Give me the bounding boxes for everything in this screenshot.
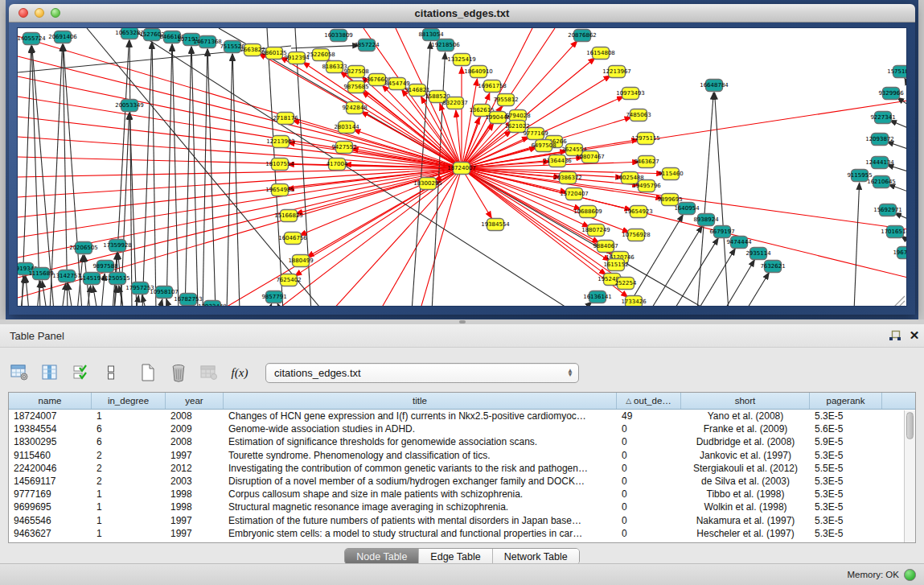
cell-short: Wolkin et al. (1998) — [681, 501, 810, 513]
node-table[interactable]: namein_degreeyeartitle△out_de…shortpager… — [8, 392, 916, 543]
graph-node[interactable]: 15166825 — [274, 210, 303, 222]
column-header-short[interactable]: short — [681, 393, 810, 409]
import-table-button[interactable] — [198, 360, 220, 385]
graph-node[interactable]: 20206505 — [69, 242, 98, 254]
select-columns-button[interactable] — [69, 360, 92, 385]
new-column-button[interactable] — [137, 360, 159, 385]
graph-node[interactable]: 1145194 — [79, 273, 105, 285]
graph-node[interactable]: 6679197 — [709, 226, 734, 238]
graph-node[interactable]: 16961758 — [478, 80, 507, 93]
graph-node[interactable]: 16648784 — [700, 80, 729, 92]
vertical-scrollbar[interactable] — [904, 410, 915, 542]
svg-text:16046756: 16046756 — [278, 235, 307, 241]
cell-pagerank: 5.3E-5 — [810, 488, 882, 500]
graph-node[interactable]: 8938924 — [693, 214, 719, 226]
table-row[interactable]: 2242004622012Investigating the contribut… — [9, 462, 915, 475]
graph-node[interactable]: 9463627 — [634, 156, 659, 168]
graph-node[interactable]: 9115460 — [658, 168, 683, 180]
graph-node[interactable]: 7632621 — [760, 261, 785, 273]
graph-node[interactable]: 2935114 — [745, 248, 771, 260]
graph-node[interactable]: 7485063 — [626, 109, 651, 122]
svg-text:9474444: 9474444 — [726, 239, 752, 245]
graph-node[interactable]: 13325419 — [447, 54, 476, 66]
graph-node[interactable]: 9227341 — [870, 112, 895, 124]
function-builder-button[interactable]: f(x) — [228, 360, 251, 385]
table-row[interactable]: 969969511998Structural magnetic resonanc… — [9, 501, 915, 513]
graph-node[interactable]: 7857224 — [354, 39, 380, 51]
column-header-name[interactable]: name — [9, 393, 92, 409]
svg-text:9860125: 9860125 — [261, 50, 286, 56]
graph-node[interactable]: 9897588 — [92, 261, 117, 273]
graph-node[interactable]: 16033809 — [324, 30, 353, 42]
svg-text:9115955: 9115955 — [847, 172, 872, 179]
close-panel-button[interactable]: ✕ — [905, 327, 924, 344]
graph-node[interactable]: 15751874 — [887, 66, 907, 78]
float-panel-button[interactable] — [885, 327, 905, 344]
graph-node[interactable]: 20691406 — [48, 31, 77, 43]
graph-node[interactable]: 252254 — [615, 278, 637, 290]
graph-node[interactable]: 19384554 — [481, 219, 510, 231]
memory-ok-icon[interactable] — [904, 569, 916, 581]
graph-node[interactable]: 12093872 — [865, 134, 894, 146]
table-mode-button[interactable] — [8, 360, 31, 385]
column-header-out_de[interactable]: △out_de… — [617, 393, 681, 409]
graph-node[interactable]: 1250515 — [105, 273, 129, 285]
network-canvas[interactable]: 1405572420691406106532871527602646616010… — [17, 27, 907, 307]
delete-column-button[interactable] — [167, 360, 190, 385]
table-row[interactable]: 911546021997Tourette syndrome. Phenomeno… — [9, 449, 915, 462]
graph-node[interactable]: 7955812 — [493, 94, 518, 106]
table-row[interactable]: 977716911998Corpus callosum shape and si… — [9, 488, 915, 501]
graph-node[interactable]: 1733426 — [621, 296, 647, 307]
divider-grip-icon[interactable] — [459, 320, 466, 323]
show-columns-button[interactable] — [39, 360, 61, 385]
cell-pagerank: 5.3E-5 — [810, 515, 882, 526]
tab-node-table[interactable]: Node Table — [345, 549, 419, 564]
svg-text:1145194: 1145194 — [79, 275, 105, 282]
graph-node[interactable]: 9884067 — [593, 241, 618, 253]
table-row[interactable]: 946554611997Estimation of the future num… — [9, 514, 915, 527]
cell-year: 2008 — [166, 436, 224, 447]
window-titlebar[interactable]: citations_edges.txt — [9, 4, 915, 23]
table-row[interactable]: 1830029562008Estimation of significance … — [9, 435, 915, 448]
column-header-pagerank[interactable]: pagerank — [810, 393, 882, 409]
tab-edge-table[interactable]: Edge Table — [419, 549, 492, 564]
graph-node[interactable]: 12213967 — [602, 66, 631, 78]
table-selector-dropdown[interactable]: citations_edges.txt ▲▼ — [265, 363, 579, 383]
graph-node[interactable]: 25226058 — [306, 49, 335, 61]
svg-text:16033809: 16033809 — [324, 32, 353, 39]
scrollbar-thumb[interactable] — [906, 412, 914, 439]
graph-node[interactable]: 1880499 — [288, 255, 313, 267]
graph-node[interactable]: 17016514 — [881, 226, 907, 238]
graph-node[interactable]: 16136141 — [583, 291, 612, 303]
table-row[interactable]: 946362711997Embryonic stem cells: a mode… — [9, 527, 915, 540]
graph-node[interactable]: 9427552 — [331, 142, 356, 154]
graph-node[interactable]: 9474444 — [726, 237, 752, 249]
column-header-year[interactable]: year — [166, 393, 224, 409]
graph-node[interactable]: 16154808 — [586, 47, 615, 60]
table-panel-title: Table Panel — [0, 330, 64, 342]
column-header-in_degree[interactable]: in_degree — [92, 393, 166, 409]
graph-node[interactable]: 19654923 — [624, 206, 653, 218]
column-header-title[interactable]: title — [224, 393, 617, 409]
table-row[interactable]: 1456911722003Disruption of a novel membe… — [9, 475, 915, 488]
graph-node[interactable]: 10688609 — [573, 206, 602, 218]
graph-node[interactable]: 19654985 — [265, 184, 294, 196]
graph-node[interactable]: 417004 — [326, 159, 348, 171]
table-row[interactable]: 1872400712008Changes of HCN gene express… — [9, 410, 915, 422]
graph-node[interactable]: 2718176 — [273, 113, 298, 125]
graph-node[interactable]: 17359928 — [103, 240, 132, 252]
graph-node[interactable]: 9329966 — [878, 88, 904, 100]
graph-node[interactable]: 18107554 — [265, 159, 294, 171]
graph-node[interactable]: 1967534 — [893, 247, 907, 259]
graph-node[interactable]: 9857791 — [261, 291, 286, 303]
graph-node[interactable]: 12975115 — [631, 133, 660, 145]
tab-network-table[interactable]: Network Table — [493, 549, 579, 564]
graph-node[interactable]: 18640910 — [464, 66, 493, 78]
graph-node[interactable]: 20876862 — [568, 30, 597, 42]
graph-node[interactable]: 14055724 — [18, 33, 46, 45]
select-columns-icon — [73, 365, 88, 381]
graph-node[interactable]: 12444134 — [865, 157, 894, 169]
table-row[interactable]: 1938455462009Genome-wide association stu… — [9, 422, 915, 435]
row-height-button[interactable] — [100, 360, 122, 385]
cell-title: Investigating the contribution of common… — [224, 463, 617, 474]
